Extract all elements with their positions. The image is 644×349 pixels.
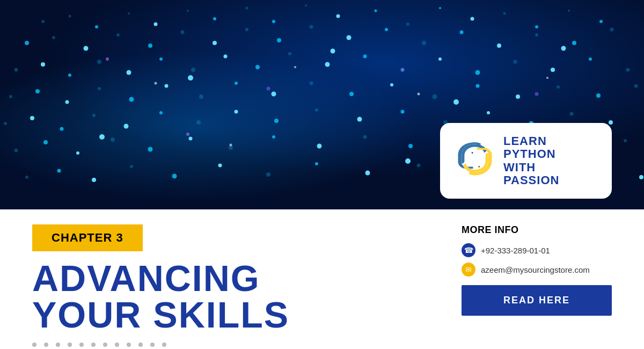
svg-point-13 — [439, 7, 441, 9]
svg-point-10 — [336, 14, 340, 18]
svg-point-52 — [514, 60, 517, 64]
svg-point-138 — [186, 133, 189, 136]
svg-point-78 — [124, 124, 129, 129]
dot-7 — [103, 343, 107, 347]
svg-point-77 — [92, 114, 96, 117]
svg-point-135 — [267, 87, 270, 91]
svg-point-107 — [25, 176, 28, 179]
svg-point-61 — [165, 84, 169, 88]
dot-2 — [44, 343, 48, 347]
svg-point-69 — [476, 84, 480, 88]
svg-point-36 — [610, 28, 614, 32]
svg-point-39 — [68, 74, 71, 77]
phone-number: +92-333-289-01-01 — [481, 246, 550, 255]
svg-point-19 — [25, 41, 29, 45]
svg-point-20 — [52, 36, 55, 39]
svg-point-111 — [172, 174, 177, 179]
email-icon: ✉ — [462, 263, 475, 277]
svg-point-90 — [609, 120, 613, 125]
python-logo-icon — [456, 142, 494, 180]
info-line-2: PYTHON — [503, 148, 559, 161]
svg-point-58 — [65, 100, 69, 104]
svg-point-45 — [255, 65, 260, 69]
svg-point-62 — [199, 94, 203, 99]
svg-point-71 — [557, 85, 560, 89]
svg-point-65 — [310, 82, 313, 85]
svg-point-121 — [639, 175, 643, 179]
svg-point-28 — [310, 25, 313, 29]
svg-point-26 — [245, 28, 248, 31]
svg-point-122 — [188, 75, 193, 81]
dot-4 — [68, 343, 72, 347]
svg-point-15 — [503, 12, 506, 15]
svg-point-87 — [487, 111, 490, 114]
svg-point-96 — [189, 137, 193, 141]
svg-point-137 — [535, 92, 539, 96]
dot-1 — [32, 343, 36, 347]
svg-point-50 — [438, 57, 442, 61]
info-card-text: LEARN PYTHON WITH PASSION — [503, 135, 559, 187]
svg-point-53 — [551, 68, 555, 72]
svg-point-115 — [365, 171, 370, 176]
svg-point-124 — [453, 99, 459, 105]
svg-point-101 — [408, 144, 413, 148]
svg-point-126 — [99, 134, 105, 140]
svg-point-41 — [127, 70, 131, 75]
svg-point-4 — [154, 23, 158, 26]
svg-point-99 — [317, 144, 322, 149]
svg-point-113 — [266, 172, 270, 177]
svg-point-33 — [497, 43, 501, 48]
svg-point-79 — [159, 111, 163, 114]
svg-point-134 — [106, 57, 109, 61]
dot-6 — [91, 343, 96, 347]
svg-point-47 — [325, 62, 330, 67]
svg-point-68 — [433, 94, 437, 99]
info-line-3: WITH — [503, 161, 559, 174]
svg-point-32 — [460, 31, 464, 34]
svg-point-70 — [516, 94, 520, 99]
svg-point-114 — [315, 162, 318, 165]
svg-point-56 — [9, 95, 12, 98]
svg-point-100 — [363, 135, 367, 139]
svg-point-112 — [218, 164, 222, 168]
svg-point-11 — [375, 10, 377, 12]
svg-point-60 — [129, 97, 134, 102]
svg-point-94 — [111, 137, 115, 142]
svg-point-64 — [272, 92, 276, 97]
svg-point-116 — [417, 164, 421, 168]
svg-point-123 — [331, 49, 335, 54]
svg-point-27 — [277, 38, 281, 42]
svg-point-85 — [401, 110, 405, 114]
main-title: ADVANCING YOUR SKILLS — [32, 260, 462, 333]
read-here-button[interactable]: READ HERE — [462, 285, 612, 316]
svg-point-80 — [196, 120, 201, 125]
svg-point-22 — [116, 33, 120, 37]
svg-point-16 — [535, 25, 538, 28]
phone-icon: ☎ — [462, 243, 475, 257]
svg-point-63 — [235, 82, 238, 85]
svg-point-130 — [418, 93, 420, 96]
svg-point-34 — [535, 33, 538, 37]
more-info-title: MORE INFO — [462, 224, 612, 236]
svg-point-54 — [589, 57, 592, 61]
svg-point-5 — [187, 10, 189, 12]
decorative-dots — [32, 343, 462, 347]
svg-point-51 — [475, 70, 480, 75]
svg-point-55 — [626, 68, 630, 72]
svg-point-91 — [14, 149, 18, 152]
dot-11 — [150, 343, 155, 347]
svg-point-57 — [35, 89, 40, 93]
svg-point-84 — [357, 117, 362, 122]
svg-point-29 — [347, 35, 352, 40]
svg-point-35 — [572, 41, 576, 45]
chapter-badge: CHAPTER 3 — [32, 224, 143, 251]
svg-point-25 — [213, 41, 217, 45]
svg-point-106 — [624, 139, 627, 142]
svg-point-9 — [305, 4, 307, 6]
svg-point-30 — [385, 28, 388, 31]
svg-point-141 — [472, 152, 473, 154]
svg-point-131 — [546, 77, 548, 79]
svg-point-93 — [76, 151, 79, 155]
svg-point-89 — [570, 112, 574, 116]
svg-point-6 — [213, 17, 216, 20]
